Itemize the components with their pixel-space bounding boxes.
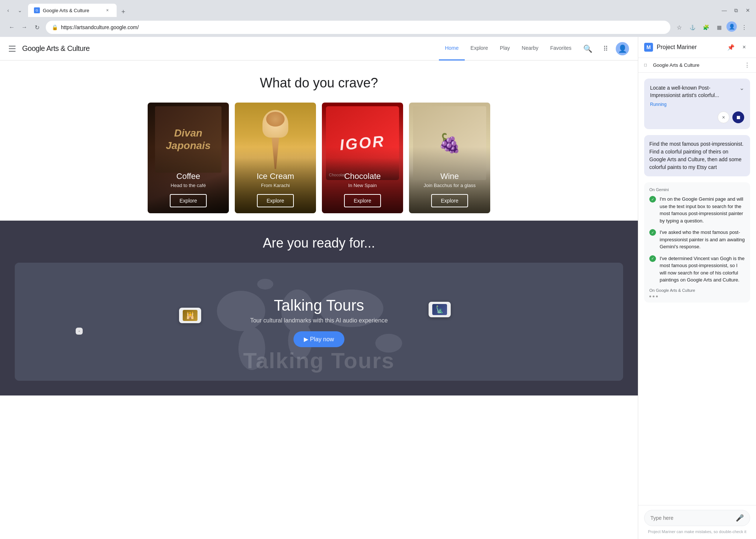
- food-cards-grid: DivanJaponais Coffee Head to the café Ex…: [15, 103, 623, 213]
- browser-chrome: ‹ ⌄ G Google Arts & Culture × + — ⧉ ✕ ← …: [0, 0, 756, 37]
- tab-group: G Google Arts & Culture × +: [28, 4, 719, 17]
- step-2-check: ✓: [649, 229, 656, 236]
- wine-explore-btn[interactable]: Explore: [431, 194, 468, 207]
- ice-cream-content: Ice Cream From Karachi Explore: [235, 166, 316, 213]
- gac-section-label: On Google Arts & Culture: [649, 288, 745, 293]
- back-btn[interactable]: ←: [6, 21, 18, 33]
- step-2: ✓ I've asked who the most famous post-im…: [649, 229, 745, 251]
- loading-dots: [649, 296, 745, 297]
- disclaimer-text: Project Mariner can make mistakes, so do…: [644, 529, 750, 535]
- maximize-btn[interactable]: ⧉: [731, 5, 741, 15]
- bookmark-btn[interactable]: ☆: [673, 21, 685, 33]
- nav-nearby[interactable]: Nearby: [516, 37, 544, 61]
- step-1-text: I'm on the Google Gemini page and will u…: [660, 196, 745, 224]
- tab-bar: ‹ ⌄ G Google Arts & Culture × + — ⧉ ✕: [0, 0, 756, 18]
- nav-home[interactable]: Home: [439, 37, 464, 61]
- coffee-content: Coffee Head to the café Explore: [148, 166, 229, 213]
- tab-info-text: Google Arts & Culture: [653, 62, 741, 68]
- minimize-btn[interactable]: —: [719, 5, 729, 15]
- address-bar: ← → ↻ 🔒 https://artsandculture.google.co…: [0, 18, 756, 37]
- nav-actions: 🔍 ⠿ 👤: [580, 41, 629, 56]
- sidebar-btn[interactable]: ▦: [713, 21, 725, 33]
- pin-btn[interactable]: 📌: [725, 41, 737, 53]
- talking-tours-subtitle: Tour cultural landmarks with this AI aud…: [250, 317, 388, 324]
- ice-cream-subtitle: From Karachi: [241, 183, 310, 188]
- tab-title: Google Arts & Culture: [43, 8, 101, 13]
- crave-section: What do you crave? DivanJaponais Coffee …: [0, 61, 638, 221]
- main-layout: Google Arts & Culture Home Explore Play …: [0, 37, 756, 539]
- toolbar-actions: ☆ ⚓ 🧩 ▦ 👤 ⋮: [673, 21, 750, 33]
- website-content: Google Arts & Culture Home Explore Play …: [0, 37, 638, 539]
- map-container: 🕌 🗽 ◦ Talking Tours Tour cultural landma…: [15, 263, 623, 381]
- window-controls: — ⧉ ✕: [719, 5, 753, 15]
- tab-back-btn[interactable]: ‹: [3, 5, 13, 15]
- panel-header-actions: 📌 ×: [725, 41, 750, 53]
- coffee-explore-btn[interactable]: Explore: [170, 194, 206, 207]
- task-stop-btn[interactable]: ⏹: [732, 111, 744, 123]
- nav-favorites[interactable]: Favorites: [544, 37, 577, 61]
- chocolate-subtitle: In New Spain: [328, 183, 397, 188]
- step-3: ✓ I've determined Vincent van Gogh is th…: [649, 255, 745, 284]
- tab-info-icon: □: [644, 62, 650, 68]
- chrome-menu-btn[interactable]: ⋮: [738, 21, 750, 33]
- tab-info-menu-btn[interactable]: ⋮: [744, 62, 750, 69]
- site-logo: Google Arts & Culture: [22, 44, 90, 53]
- ice-cream-explore-btn[interactable]: Explore: [257, 194, 293, 207]
- task-cancel-btn[interactable]: ×: [718, 111, 729, 123]
- step-1: ✓ I'm on the Google Gemini page and will…: [649, 196, 745, 224]
- tab-history-btn[interactable]: ⌄: [15, 5, 25, 15]
- chocolate-card[interactable]: IGOR Chocolat Chocolate In New Spain Exp…: [322, 103, 403, 213]
- url-bar[interactable]: 🔒 https://artsandculture.google.com/: [46, 21, 670, 34]
- apps-btn[interactable]: ⠿: [598, 41, 613, 56]
- panel-close-btn[interactable]: ×: [738, 41, 750, 53]
- nav-play[interactable]: Play: [494, 37, 516, 61]
- task-actions: × ⏹: [650, 111, 744, 123]
- tab-favicon: G: [34, 7, 40, 13]
- chocolate-explore-btn[interactable]: Explore: [344, 194, 381, 207]
- profile-avatar[interactable]: 👤: [726, 21, 737, 32]
- coffee-card[interactable]: DivanJaponais Coffee Head to the café Ex…: [148, 103, 229, 213]
- ice-cream-card[interactable]: Ice Cream From Karachi Explore: [235, 103, 316, 213]
- chat-input[interactable]: [650, 515, 733, 521]
- ready-title: Are you ready for...: [15, 235, 623, 251]
- wine-content: Wine Join Bacchus for a glass Explore: [409, 166, 490, 213]
- forward-btn[interactable]: →: [18, 21, 30, 33]
- search-btn[interactable]: 🔍: [580, 41, 595, 56]
- crave-title: What do you crave?: [15, 75, 623, 91]
- main-content: What do you crave? DivanJaponais Coffee …: [0, 61, 638, 539]
- user-avatar[interactable]: 👤: [616, 42, 629, 55]
- refresh-btn[interactable]: ↻: [31, 21, 43, 33]
- step-1-check: ✓: [649, 196, 656, 203]
- site-nav: Home Explore Play Nearby Favorites: [439, 37, 577, 61]
- messages-area: Find the most famous post-impressionist.…: [638, 135, 756, 505]
- url-text: https://artsandculture.google.com/: [61, 24, 664, 30]
- dot-3: [656, 296, 658, 297]
- active-tab[interactable]: G Google Arts & Culture ×: [28, 4, 117, 17]
- close-window-btn[interactable]: ✕: [743, 5, 753, 15]
- new-tab-btn[interactable]: +: [118, 7, 128, 17]
- dot-1: [649, 296, 651, 297]
- dot-2: [653, 296, 654, 297]
- chocolate-title: Chocolate: [328, 172, 397, 181]
- lock-icon: 🔒: [52, 24, 58, 30]
- mic-btn[interactable]: 🎤: [736, 514, 744, 522]
- hamburger-menu[interactable]: [9, 44, 18, 53]
- project-mariner-panel: M Project Mariner 📌 × □ Google Arts & Cu…: [638, 37, 756, 539]
- tab-info: □ Google Arts & Culture ⋮: [638, 58, 756, 73]
- tab-navigation: ‹ ⌄: [3, 5, 25, 15]
- panel-logo: M: [644, 43, 653, 52]
- chocolate-content: Chocolate In New Spain Explore: [322, 166, 403, 213]
- mariner-btn[interactable]: ⚓: [687, 21, 698, 33]
- coffee-subtitle: Head to the café: [154, 183, 223, 188]
- panel-header: M Project Mariner 📌 ×: [638, 37, 756, 58]
- extensions-btn[interactable]: 🧩: [700, 21, 712, 33]
- nav-explore[interactable]: Explore: [465, 37, 494, 61]
- wine-card[interactable]: 🍇 Wine Join Bacchus for a glass Explore: [409, 103, 490, 213]
- input-box[interactable]: 🎤: [644, 510, 750, 526]
- nav-controls: ← → ↻: [6, 21, 43, 33]
- tab-close-btn[interactable]: ×: [104, 7, 111, 14]
- play-now-btn[interactable]: ▶ Play now: [293, 331, 344, 347]
- task-header: Locate a well-known Post-Impressionist a…: [650, 84, 744, 99]
- coffee-title: Coffee: [154, 172, 223, 181]
- task-chevron-btn[interactable]: ⌄: [739, 84, 744, 91]
